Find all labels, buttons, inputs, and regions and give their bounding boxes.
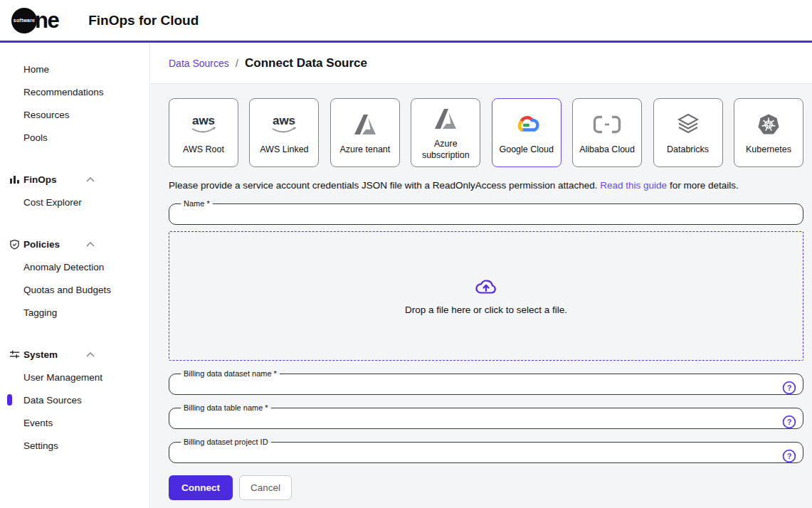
aws-icon: aws (268, 110, 300, 139)
billing-table-name-input[interactable] (178, 412, 770, 425)
sidebar-item-pools[interactable]: Pools (0, 126, 149, 149)
svg-text:?: ? (787, 452, 792, 460)
shield-icon (9, 239, 20, 250)
file-dropzone[interactable]: Drop a file here or click to select a fi… (169, 231, 803, 361)
sidebar-section-header-policies[interactable]: Policies (0, 233, 149, 255)
billing-dataset-name-label: Billing data dataset name * (181, 369, 280, 378)
breadcrumb: Data Sources / Connect Data Source (151, 43, 812, 84)
sidebar-section-system: System User Management Data Sources Even… (0, 343, 149, 457)
instruction-suffix: for more details. (670, 180, 739, 191)
chevron-up-icon[interactable] (86, 242, 95, 247)
bar-chart-icon (9, 174, 20, 185)
sidebar-item-user-management[interactable]: User Management (0, 366, 149, 388)
sidebar-item-settings[interactable]: Settings (0, 434, 149, 457)
logo-circle: software (11, 8, 37, 33)
app-title: FinOps for Cloud (88, 13, 199, 28)
datasource-card-label: AWS Root (183, 144, 224, 156)
active-indicator (7, 394, 12, 406)
billing-table-name-field: Billing data table name * ? (169, 403, 803, 429)
datasource-card-label: Kubernetes (746, 144, 791, 156)
form-actions: Connect Cancel (169, 475, 803, 500)
sidebar-item-home[interactable]: Home (0, 58, 149, 80)
read-guide-link[interactable]: Read this guide (600, 180, 667, 191)
datasource-card-label: Azure subscription (414, 139, 477, 161)
alibaba-cloud-icon (592, 110, 622, 139)
datasource-card-kubernetes[interactable]: Kubernetes (734, 98, 803, 167)
google-cloud-icon (512, 110, 541, 139)
sidebar-section-finops: FinOps Cost Explorer (0, 168, 149, 213)
billing-project-id-field: Billing dataset project ID ? (169, 438, 803, 463)
sliders-icon (9, 349, 20, 360)
svg-text:?: ? (787, 383, 792, 392)
name-field-label: Name * (181, 199, 213, 208)
name-field: Name * (169, 199, 803, 225)
svg-text:aws: aws (192, 114, 215, 127)
datasource-card-list: aws AWS Root aws AWS Linked Azure tenant (169, 98, 803, 167)
sidebar-item-label: Data Sources (23, 395, 82, 406)
section-label: FinOps (23, 174, 57, 185)
datasource-card-label: Google Cloud (499, 144, 553, 156)
databricks-icon (676, 110, 700, 139)
section-label: System (23, 349, 58, 360)
datasource-card-label: Alibaba Cloud (579, 144, 635, 156)
sidebar-item-resources[interactable]: Resources (0, 103, 149, 126)
azure-icon (353, 110, 377, 139)
aws-icon: aws (187, 110, 220, 139)
svg-text:aws: aws (273, 114, 295, 127)
datasource-card-label: Azure tenant (339, 144, 390, 156)
datasource-card-aws-root[interactable]: aws AWS Root (169, 98, 238, 167)
page-title: Connect Data Source (245, 56, 367, 70)
sidebar-section-policies: Policies Anomaly Detection Quotas and Bu… (0, 233, 149, 324)
chevron-up-icon[interactable] (86, 177, 95, 182)
datasource-card-azure-subscription[interactable]: Azure subscription (411, 98, 480, 167)
sidebar-section-header-system[interactable]: System (0, 343, 149, 366)
datasource-card-label: Databricks (667, 144, 709, 156)
sidebar-item-anomaly-detection[interactable]: Anomaly Detection (0, 255, 149, 278)
sidebar-item-events[interactable]: Events (0, 411, 149, 434)
help-icon[interactable]: ? (782, 449, 796, 463)
billing-dataset-name-field: Billing data dataset name * ? (169, 369, 803, 395)
datasource-card-databricks[interactable]: Databricks (653, 98, 723, 167)
breadcrumb-separator: / (236, 57, 238, 69)
softwareone-logo[interactable]: software ne (11, 8, 58, 33)
breadcrumb-link-data-sources[interactable]: Data Sources (169, 58, 229, 69)
svg-text:?: ? (787, 418, 792, 426)
logo-text: ne (35, 8, 58, 33)
chevron-up-icon[interactable] (86, 352, 95, 357)
billing-table-name-label: Billing data table name * (181, 403, 271, 412)
main-content: Data Sources / Connect Data Source aws A… (151, 43, 812, 508)
connect-button[interactable]: Connect (169, 475, 233, 500)
instruction-text: Please provide a service account credent… (169, 180, 803, 191)
sidebar-item-quotas-and-budgets[interactable]: Quotas and Budgets (0, 278, 149, 301)
billing-project-id-input[interactable] (178, 446, 770, 459)
cancel-button[interactable]: Cancel (239, 475, 292, 500)
sidebar: Home Recommendations Resources Pools Fin… (0, 43, 150, 508)
kubernetes-icon (756, 110, 781, 139)
app-header: software ne FinOps for Cloud (0, 0, 812, 43)
sidebar-item-recommendations[interactable]: Recommendations (0, 80, 149, 103)
datasource-card-google-cloud[interactable]: Google Cloud (492, 98, 561, 167)
billing-project-id-label: Billing dataset project ID (181, 438, 271, 446)
datasource-card-azure-tenant[interactable]: Azure tenant (330, 98, 400, 167)
sidebar-item-tagging[interactable]: Tagging (0, 301, 149, 324)
datasource-card-label: AWS Linked (260, 144, 308, 156)
sidebar-section-header-finops[interactable]: FinOps (0, 168, 149, 191)
datasource-card-alibaba-cloud[interactable]: Alibaba Cloud (572, 98, 642, 167)
section-label: Policies (23, 239, 60, 250)
datasource-card-aws-linked[interactable]: aws AWS Linked (249, 98, 319, 167)
billing-dataset-name-input[interactable] (178, 378, 770, 391)
azure-icon (433, 104, 458, 134)
upload-cloud-icon (474, 277, 498, 299)
instruction-main: Please provide a service account credent… (169, 180, 598, 191)
help-icon[interactable]: ? (782, 415, 796, 429)
dropzone-text: Drop a file here or click to select a fi… (405, 305, 567, 315)
sidebar-item-data-sources[interactable]: Data Sources (0, 388, 149, 411)
help-icon[interactable]: ? (782, 381, 796, 395)
sidebar-item-cost-explorer[interactable]: Cost Explorer (0, 191, 149, 213)
name-input[interactable] (178, 208, 770, 221)
